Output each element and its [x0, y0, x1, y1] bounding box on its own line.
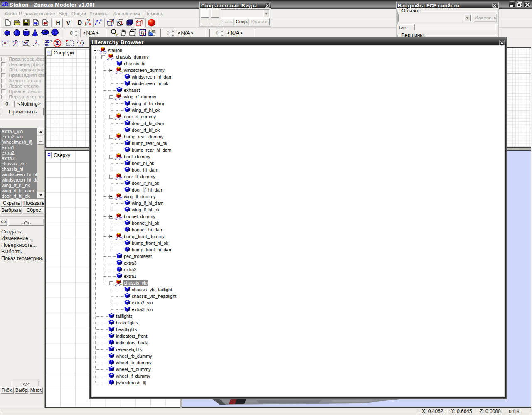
svg-text:3D: 3D: [45, 43, 49, 47]
svg-text:y: y: [85, 21, 86, 25]
svg-text:z: z: [89, 18, 90, 21]
svg-text:3D: 3D: [2, 1, 9, 7]
